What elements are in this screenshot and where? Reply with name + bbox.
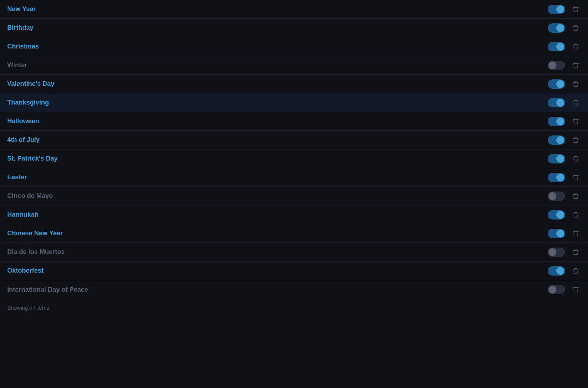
item-controls-cinco-de-mayo <box>548 191 581 201</box>
delete-button-valentines-day[interactable] <box>571 79 581 89</box>
item-label-oktoberfest: Oktoberfest <box>7 267 44 274</box>
item-controls-new-year <box>548 4 581 14</box>
delete-button-hannukah[interactable] <box>571 210 581 220</box>
item-label-christmas: Christmas <box>7 43 39 50</box>
item-controls-chinese-new-year <box>548 228 581 239</box>
item-label-birthday: Birthday <box>7 24 33 32</box>
delete-button-st-patricks-day[interactable] <box>571 154 581 164</box>
list-item-hannukah: Hannukah <box>0 205 588 224</box>
item-label-valentines-day: Valentine's Day <box>7 80 54 88</box>
delete-button-chinese-new-year[interactable] <box>571 228 581 239</box>
toggle-birthday[interactable] <box>548 23 565 33</box>
delete-button-thanksgiving[interactable] <box>571 98 581 108</box>
toggle-oktoberfest[interactable] <box>548 266 565 276</box>
toggle-new-year[interactable] <box>548 5 565 14</box>
toggle-valentines-day[interactable] <box>548 79 565 89</box>
list-item-cinco-de-mayo: Cinco de Mayo <box>0 187 588 205</box>
toggle-thanksgiving[interactable] <box>548 98 565 107</box>
delete-button-4th-of-july[interactable] <box>571 135 581 145</box>
delete-button-oktoberfest[interactable] <box>571 266 581 276</box>
list-item-4th-of-july: 4th of July <box>0 131 588 149</box>
delete-button-christmas[interactable] <box>571 42 581 52</box>
toggle-dia-de-los-muertos[interactable] <box>548 248 565 257</box>
list-item-christmas: Christmas <box>0 37 588 56</box>
item-label-halloween: Halloween <box>7 117 39 125</box>
list-item-oktoberfest: Oktoberfest <box>0 262 588 280</box>
toggle-st-patricks-day[interactable] <box>548 154 565 163</box>
item-label-hannukah: Hannukah <box>7 211 38 218</box>
toggle-chinese-new-year[interactable] <box>548 229 565 238</box>
toggle-christmas[interactable] <box>548 42 565 51</box>
delete-button-dia-de-los-muertos[interactable] <box>571 247 581 257</box>
toggle-4th-of-july[interactable] <box>548 135 565 145</box>
item-label-easter: Easter <box>7 174 27 181</box>
item-controls-dia-de-los-muertos <box>548 247 581 257</box>
delete-button-easter[interactable] <box>571 172 581 183</box>
list-item-international-day-of-peace: International Day of Peace <box>0 280 588 299</box>
list-item-chinese-new-year: Chinese New Year <box>0 224 588 243</box>
toggle-hannukah[interactable] <box>548 210 565 220</box>
item-controls-christmas <box>548 42 581 52</box>
list-item-halloween: Halloween <box>0 112 588 131</box>
delete-button-winter[interactable] <box>571 60 581 70</box>
toggle-halloween[interactable] <box>548 117 565 126</box>
item-controls-hannukah <box>548 210 581 220</box>
item-controls-4th-of-july <box>548 135 581 145</box>
item-label-4th-of-july: 4th of July <box>7 136 40 144</box>
item-controls-international-day-of-peace <box>548 285 581 295</box>
item-label-winter: Winter <box>7 61 27 69</box>
item-label-st-patricks-day: St. Patrick's Day <box>7 155 58 162</box>
item-controls-thanksgiving <box>548 98 581 108</box>
item-controls-halloween <box>548 116 581 126</box>
item-label-new-year: New Year <box>7 5 36 13</box>
list-item-new-year: New Year <box>0 0 588 19</box>
list-item-thanksgiving: Thanksgiving <box>0 93 588 112</box>
list-item-st-patricks-day: St. Patrick's Day <box>0 149 588 168</box>
list-item-easter: Easter <box>0 168 588 187</box>
delete-button-halloween[interactable] <box>571 116 581 126</box>
item-label-dia-de-los-muertos: Dia de los Muertos <box>7 248 65 256</box>
toggle-winter[interactable] <box>548 61 565 70</box>
delete-button-cinco-de-mayo[interactable] <box>571 191 581 201</box>
list-item-dia-de-los-muertos: Dia de los Muertos <box>0 243 588 262</box>
item-label-thanksgiving: Thanksgiving <box>7 99 49 106</box>
item-controls-easter <box>548 172 581 183</box>
delete-button-birthday[interactable] <box>571 23 581 33</box>
toggle-cinco-de-mayo[interactable] <box>548 191 565 201</box>
toggle-easter[interactable] <box>548 173 565 182</box>
item-label-chinese-new-year: Chinese New Year <box>7 230 63 237</box>
list-item-birthday: Birthday <box>0 19 588 37</box>
item-label-cinco-de-mayo: Cinco de Mayo <box>7 192 53 200</box>
delete-button-new-year[interactable] <box>571 4 581 14</box>
list-item-valentines-day: Valentine's Day <box>0 75 588 93</box>
delete-button-international-day-of-peace[interactable] <box>571 285 581 295</box>
status-bar: Showing all items <box>0 299 588 317</box>
item-controls-oktoberfest <box>548 266 581 276</box>
list-item-winter: Winter <box>0 56 588 75</box>
item-controls-st-patricks-day <box>548 154 581 164</box>
item-controls-birthday <box>548 23 581 33</box>
toggle-international-day-of-peace[interactable] <box>548 285 565 294</box>
holiday-list: New Year Birthday Christmas Winter Valen… <box>0 0 588 299</box>
item-controls-valentines-day <box>548 79 581 89</box>
item-label-international-day-of-peace: International Day of Peace <box>7 286 88 294</box>
item-controls-winter <box>548 60 581 70</box>
